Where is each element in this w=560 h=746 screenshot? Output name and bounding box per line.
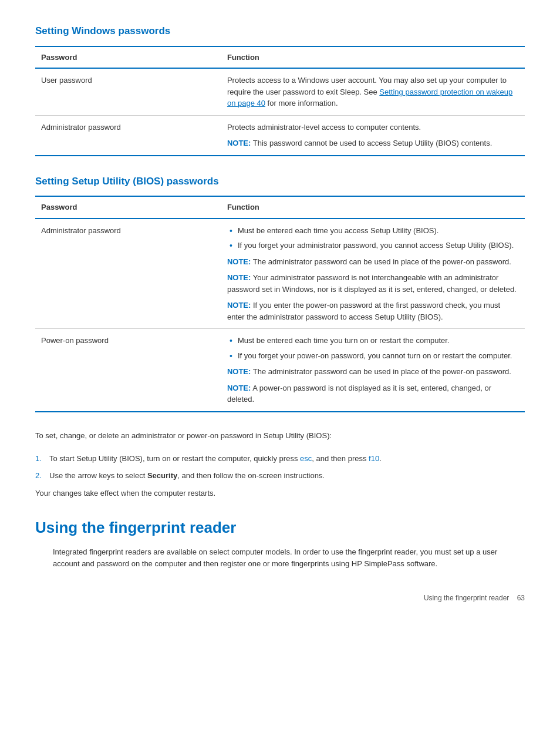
admin-win-note: NOTE: This password cannot be used to ac… (227, 137, 519, 149)
bios-section-heading: Setting Setup Utility (BIOS) passwords (35, 174, 525, 189)
esc-link[interactable]: esc (300, 454, 312, 463)
bios-col1-header: Password (35, 196, 221, 219)
bios-poweron-note2: NOTE: A power-on password is not display… (227, 382, 519, 405)
windows-passwords-table: Password Function User password Protects… (35, 46, 525, 156)
footer-page-number: 63 (517, 593, 525, 603)
bios-col2-header: Function (221, 196, 525, 219)
bios-poweron-note1: NOTE: The administrator password can be … (227, 366, 519, 378)
list-item: Must be entered each time you turn on or… (227, 335, 519, 347)
bios-admin-note3: NOTE: If you enter the power-on password… (227, 300, 519, 322)
bios-passwords-section: Setting Setup Utility (BIOS) passwords P… (35, 174, 525, 412)
bios-passwords-table: Password Function Administrator password… (35, 196, 525, 412)
bios-admin-password-label: Administrator password (35, 219, 221, 329)
bios-admin-password-function: Must be entered each time you access Set… (221, 219, 525, 329)
note-text: A power-on password is not displayed as … (227, 384, 491, 404)
note-label: NOTE: (227, 257, 251, 266)
page-footer: Using the fingerprint reader 63 (35, 593, 525, 603)
step-1-text: To start Setup Utility (BIOS), turn on o… (49, 453, 382, 465)
note-label: NOTE: (227, 384, 251, 392)
admin-password-label-win: Administrator password (35, 115, 221, 156)
bios-poweron-password-function: Must be entered each time you turn on or… (221, 329, 525, 412)
security-bold: Security (147, 471, 177, 480)
windows-col2-header: Function (221, 46, 525, 69)
step-number: 1. (35, 453, 49, 465)
bios-poweron-bullets: Must be entered each time you turn on or… (227, 335, 519, 361)
table-row: Administrator password Must be entered e… (35, 219, 525, 329)
note-label: NOTE: (227, 301, 251, 310)
admin-win-note-text: This password cannot be used to access S… (251, 139, 492, 147)
windows-passwords-section: Setting Windows passwords Password Funct… (35, 23, 525, 156)
bios-admin-note1: NOTE: The administrator password can be … (227, 256, 519, 268)
bios-poweron-password-label: Power-on password (35, 329, 221, 412)
admin-password-function-win: Protects administrator-level access to c… (221, 115, 525, 156)
list-item: If you forget your administrator passwor… (227, 240, 519, 251)
note-text: The administrator password can be used i… (251, 257, 511, 266)
instructions-intro: To set, change, or delete an administrat… (35, 430, 525, 442)
user-password-function: Protects access to a Windows user accoun… (221, 68, 525, 115)
table-row: User password Protects access to a Windo… (35, 68, 525, 115)
note-label: NOTE: (227, 367, 251, 376)
note-text: The administrator password can be used i… (251, 367, 511, 376)
list-item: Must be entered each time you access Set… (227, 225, 519, 237)
list-item: 2. Use the arrow keys to select Security… (35, 470, 525, 482)
windows-col1-header: Password (35, 46, 221, 69)
list-item: 1. To start Setup Utility (BIOS), turn o… (35, 453, 525, 465)
list-item: If you forget your power-on password, yo… (227, 350, 519, 362)
bios-admin-bullets: Must be entered each time you access Set… (227, 225, 519, 251)
user-password-label: User password (35, 68, 221, 115)
admin-win-main-text: Protects administrator-level access to c… (227, 123, 421, 132)
table-row: Power-on password Must be entered each t… (35, 329, 525, 412)
instructions-list: 1. To start Setup Utility (BIOS), turn o… (35, 453, 525, 482)
bios-admin-note2: NOTE: Your administrator password is not… (227, 272, 519, 295)
note-text: Your administrator password is not inter… (227, 273, 517, 294)
windows-section-heading: Setting Windows passwords (35, 23, 525, 39)
table-row: Administrator password Protects administ… (35, 115, 525, 156)
footer-text: Using the fingerprint reader (424, 593, 517, 603)
step-number: 2. (35, 470, 49, 482)
admin-win-note-label: NOTE: (227, 139, 251, 147)
fingerprint-section: Using the fingerprint reader Integrated … (35, 516, 525, 569)
note-text: If you enter the power-on password at th… (227, 301, 500, 321)
instructions-block: To set, change, or delete an administrat… (35, 430, 525, 499)
step-2-text: Use the arrow keys to select Security, a… (49, 470, 325, 482)
user-password-text2: for more information. (265, 99, 338, 107)
note-label: NOTE: (227, 273, 251, 282)
fingerprint-heading: Using the fingerprint reader (35, 516, 525, 539)
changes-text: Your changes take effect when the comput… (35, 488, 525, 499)
fingerprint-description: Integrated fingerprint readers are avail… (35, 546, 525, 569)
f10-link[interactable]: f10 (369, 454, 379, 463)
